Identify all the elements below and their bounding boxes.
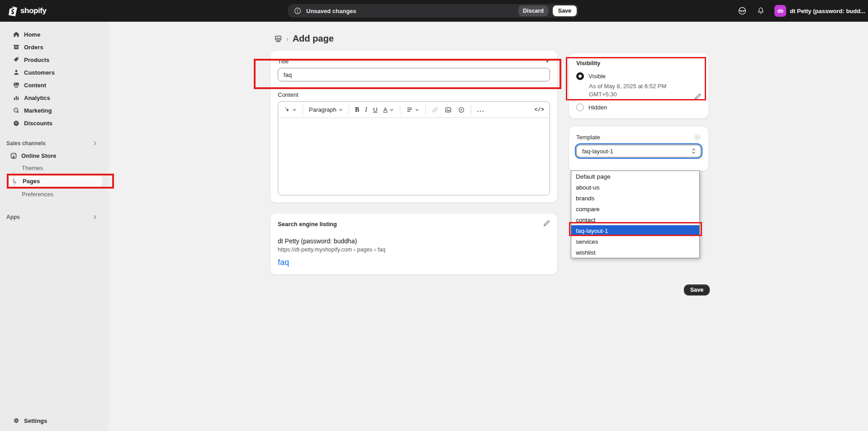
template-dropdown: Default page about-us brands compare con… (571, 171, 700, 258)
editor-body[interactable] (278, 118, 550, 195)
apps-label: Apps (6, 214, 20, 220)
dropdown-option[interactable]: contact (571, 214, 699, 225)
dropdown-option-selected[interactable]: faq-layout-1 (571, 225, 699, 236)
discard-button[interactable]: Discard (518, 5, 548, 16)
chevron-down-icon (292, 108, 297, 112)
page-icon[interactable] (274, 35, 282, 43)
seo-card: Search engine listing dt Petty (password… (270, 213, 557, 275)
visibility-card: Visibility Visible As of May 8, 2025 at … (569, 53, 708, 118)
text-color-button[interactable]: A (383, 106, 394, 113)
sidebar-item-marketing[interactable]: Marketing (6, 104, 102, 117)
underline-button[interactable]: U (373, 106, 378, 113)
sidebar-item-label: Preferences (22, 191, 53, 198)
sidebar-item-settings[interactable]: Settings (6, 414, 102, 427)
sidebar-item-label: Online Store (21, 152, 56, 159)
dropdown-option[interactable]: Default page (571, 171, 699, 182)
visible-radio-row[interactable]: Visible (576, 72, 701, 80)
seo-site-title: dt Petty (password: buddha) (278, 237, 550, 245)
seo-result-link[interactable]: faq (278, 258, 550, 267)
pencil-icon[interactable] (694, 93, 701, 100)
template-card: Template faq-layout-1 (569, 127, 708, 171)
topbar-right: db dt Petty (password: budd... (737, 0, 868, 22)
sidebar-item-label: Themes (22, 165, 43, 171)
shopify-bag-icon (8, 6, 18, 16)
radio-selected-icon[interactable] (576, 72, 584, 80)
save-button-bottom[interactable]: Save (684, 284, 710, 295)
view-icon (693, 133, 701, 141)
pencil-icon[interactable] (543, 220, 550, 227)
account-name: dt Petty (password: budd... (790, 8, 865, 14)
sidebar-item-content[interactable]: Content (6, 79, 102, 91)
paragraph-style-dropdown[interactable]: Paragraph (309, 106, 343, 113)
toolbar-divider (425, 105, 426, 114)
template-selected-value: faq-layout-1 (582, 148, 613, 155)
target-icon (13, 107, 20, 114)
sidebar-item-themes[interactable]: Themes (6, 162, 102, 174)
bell-icon[interactable] (756, 6, 765, 15)
sidebar-item-analytics[interactable]: Analytics (6, 91, 102, 104)
page-title: Add page (293, 33, 334, 44)
sidebar-item-discounts[interactable]: Discounts (6, 117, 102, 129)
paragraph-label: Paragraph (309, 106, 337, 113)
account-menu[interactable]: db dt Petty (password: budd... (774, 5, 865, 17)
italic-button[interactable]: I (365, 106, 367, 114)
select-updown-icon (691, 148, 696, 154)
radio-unselected-icon[interactable] (576, 104, 584, 111)
orders-icon (13, 43, 20, 51)
title-label: Title (278, 58, 289, 65)
alignment-button[interactable] (406, 106, 419, 113)
bold-button[interactable]: B (355, 106, 359, 114)
chevron-right-icon (92, 214, 98, 220)
template-select[interactable]: faq-layout-1 (576, 145, 701, 157)
sidekick-icon[interactable] (737, 6, 747, 16)
seo-url: https://dt-petty.myshopify.com › pages ›… (278, 246, 550, 253)
title-input[interactable] (278, 68, 550, 81)
ai-sparkle-button[interactable] (284, 106, 297, 113)
dropdown-option[interactable]: wishlist (571, 247, 699, 258)
sidebar-item-online-store[interactable]: Online Store (6, 149, 102, 162)
insert-image-button[interactable] (445, 106, 452, 114)
bar-chart-icon (13, 94, 20, 101)
seo-heading: Search engine listing (278, 221, 550, 227)
sidebar-item-label: Orders (24, 44, 43, 51)
tag-icon (13, 56, 20, 63)
insert-video-button[interactable] (458, 106, 465, 114)
sidebar-item-pages[interactable]: ↳ Pages (6, 174, 102, 188)
apps-header[interactable]: Apps (6, 211, 102, 223)
sidebar-item-products[interactable]: Products (6, 53, 102, 66)
sidebar-item-home[interactable]: Home (6, 28, 102, 41)
sidebar-item-label: Home (24, 31, 40, 38)
visible-label: Visible (588, 73, 606, 80)
content-label: Content (278, 91, 299, 98)
home-icon (13, 31, 20, 38)
sidebar-item-customers[interactable]: Customers (6, 66, 102, 79)
discount-icon (13, 119, 20, 127)
link-icon (432, 106, 439, 114)
sidebar-item-preferences[interactable]: Preferences (6, 188, 102, 200)
editor-toolbar: Paragraph B I U A (278, 102, 550, 118)
storefront-icon (10, 152, 17, 159)
dropdown-option[interactable]: services (571, 236, 699, 247)
sidebar-item-label: Products (24, 57, 49, 63)
sidebar-item-label: Marketing (24, 107, 52, 114)
toolbar-divider (349, 105, 349, 114)
save-button-top[interactable]: Save (553, 5, 577, 16)
dropdown-option[interactable]: about-us (571, 182, 699, 193)
sales-channels-header[interactable]: Sales channels (6, 137, 102, 149)
code-view-button[interactable]: </> (534, 107, 544, 113)
sidebar-item-label: Pages (23, 178, 40, 185)
template-label: Template (576, 134, 600, 141)
sidebar-item-label: Content (24, 82, 46, 89)
hidden-radio-row[interactable]: Hidden (576, 104, 701, 111)
sparkle-icon[interactable] (543, 57, 550, 65)
dropdown-option[interactable]: compare (571, 204, 699, 214)
sidebar-item-orders[interactable]: Orders (6, 41, 102, 53)
avatar: db (774, 5, 786, 17)
sidebar-item-label: Analytics (24, 95, 50, 101)
shopify-logo[interactable]: shopify (8, 0, 47, 22)
schedule-timezone: GMT+5:30 (589, 90, 683, 99)
toolbar-divider (400, 105, 400, 114)
breadcrumb: › Add page (274, 33, 334, 44)
dropdown-option[interactable]: brands (571, 193, 699, 204)
more-options-button[interactable]: ... (477, 106, 485, 113)
